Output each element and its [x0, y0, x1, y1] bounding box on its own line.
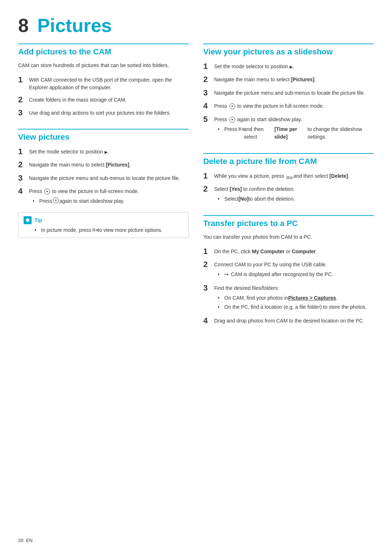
- tip-label: Tip: [34, 217, 42, 223]
- view-pictures-steps: 1 Set the mode selector to position . 2 …: [18, 147, 189, 206]
- section-heading-transfer: Transfer pictures to a PC: [203, 215, 374, 228]
- ok-icon: [44, 189, 50, 194]
- add-pictures-intro: CAM can store hundreds of pictures that …: [18, 62, 189, 69]
- step-slide-5-sub1: Press ≡ and then select [Time per slide]…: [218, 126, 374, 141]
- section-heading-slideshow: View your pictures as a slideshow: [203, 44, 374, 57]
- step-view-4: 4 Press to view the picture in full-scre…: [18, 186, 189, 206]
- menu-icon-tip: ≡: [92, 226, 97, 230]
- slideshow-steps: 1 Set the mode selector to position . 2 …: [203, 62, 374, 142]
- tip-box: ✱ Tip In picture mode, press ≡ to view m…: [18, 212, 189, 238]
- play-icon-2: [290, 63, 293, 69]
- step-view-2: 2 Navigate the main menu to select [Pict…: [18, 160, 189, 169]
- arrow-icon: ↪: [224, 271, 229, 278]
- section-delete-picture: Delete a picture file from CAM 1 While y…: [203, 153, 374, 204]
- step-transfer-2-sub1: ↪CAM is displayed after recognized by th…: [218, 271, 374, 278]
- section-heading-delete: Delete a picture file from CAM: [203, 153, 374, 166]
- section-view-slideshow: View your pictures as a slideshow 1 Set …: [203, 44, 374, 142]
- step-transfer-3-sub1: On CAM, find your photos in Pictures > C…: [218, 294, 374, 302]
- step-slide-4: 4 Press to view the picture in full-scre…: [203, 101, 374, 111]
- transfer-intro: You can transfer your photos from CAM to…: [203, 233, 374, 241]
- step-delete-2-sub1: Select [No] to abort the deletion.: [218, 195, 374, 203]
- step-add-3: 3 Use drag and drop actions to sort your…: [18, 108, 189, 118]
- section-heading-view-pictures: View pictures: [18, 129, 189, 142]
- chapter-name: Pictures: [37, 15, 112, 36]
- step-delete-2-subbullets: Select [No] to abort the deletion.: [218, 195, 374, 203]
- section-heading-add-pictures: Add pictures to the CAM: [18, 44, 189, 57]
- step-transfer-3: 3 Find the desired files/folders: On CAM…: [203, 283, 374, 312]
- chapter-title: 8 Pictures: [18, 15, 374, 36]
- step-transfer-1: 1 On the PC, click My Computer or Comput…: [203, 247, 374, 256]
- tip-content: In picture mode, press ≡ to view more pi…: [24, 226, 183, 234]
- play-icon: [105, 149, 107, 155]
- step-transfer-4: 4 Drag and drop photos from CAM to the d…: [203, 316, 374, 325]
- step-delete-1: 1 While you view a picture, press ≡ and …: [203, 171, 374, 181]
- section-view-pictures: View pictures 1 Set the mode selector to…: [18, 129, 189, 238]
- menu-icon-delete: ≡: [286, 174, 291, 178]
- ok-icon-3: [229, 103, 235, 109]
- chapter-number: 8: [18, 15, 29, 36]
- step-slide-2: 2 Navigate the main menu to select [Pict…: [203, 75, 374, 84]
- delete-steps: 1 While you view a picture, press ≡ and …: [203, 171, 374, 204]
- menu-icon-slide: ≡: [238, 126, 243, 130]
- step-add-2: 2 Create folders in the mass storage of …: [18, 95, 189, 104]
- step-view-3: 3 Navigate the picture menu and sub-menu…: [18, 173, 189, 183]
- step-slide-5: 5 Press again to start slideshow play. P…: [203, 115, 374, 142]
- ok-icon-2: [53, 197, 59, 203]
- step-slide-5-subbullets: Press ≡ and then select [Time per slide]…: [218, 126, 374, 141]
- page-number: 20 EN: [18, 538, 33, 543]
- tip-item-1: In picture mode, press ≡ to view more pi…: [34, 226, 183, 234]
- step-slide-3: 3 Navigate the picture menu and sub-menu…: [203, 88, 374, 98]
- transfer-steps: 1 On the PC, click My Computer or Comput…: [203, 247, 374, 326]
- tip-header: ✱ Tip: [24, 216, 183, 224]
- step-add-1: 1 With CAM connected to the USB port of …: [18, 75, 189, 91]
- step-transfer-2-subbullets: ↪CAM is displayed after recognized by th…: [218, 271, 374, 278]
- section-add-pictures: Add pictures to the CAM CAM can store hu…: [18, 44, 189, 118]
- step-delete-2: 2 Select [Yes] to confirm the deletion. …: [203, 184, 374, 204]
- step-transfer-3-subbullets: On CAM, find your photos in Pictures > C…: [218, 294, 374, 311]
- left-column: Add pictures to the CAM CAM can store hu…: [18, 44, 189, 337]
- step-view-4-subbullets: Press again to start slideshow play.: [33, 197, 189, 205]
- ok-icon-4: [229, 117, 235, 123]
- tip-icon: ✱: [24, 216, 32, 224]
- step-slide-1: 1 Set the mode selector to position .: [203, 62, 374, 71]
- step-view-4-sub1: Press again to start slideshow play.: [33, 197, 189, 205]
- step-transfer-3-sub2: On the PC, find a location (e.g. a file …: [218, 303, 374, 311]
- add-pictures-steps: 1 With CAM connected to the USB port of …: [18, 75, 189, 118]
- right-column: View your pictures as a slideshow 1 Set …: [203, 44, 374, 337]
- section-transfer-pictures: Transfer pictures to a PC You can transf…: [203, 215, 374, 326]
- step-view-1: 1 Set the mode selector to position .: [18, 147, 189, 156]
- step-transfer-2: 2 Connect CAM to your PC by using the US…: [203, 260, 374, 280]
